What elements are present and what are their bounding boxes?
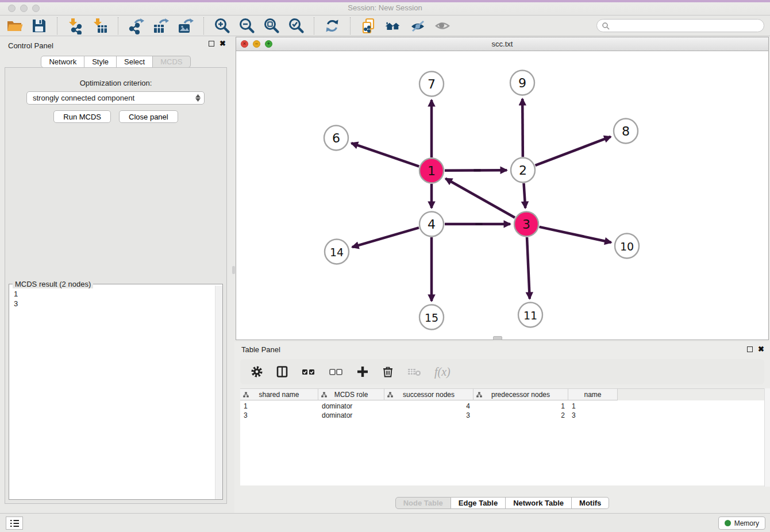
graph-edge-1-6[interactable] xyxy=(351,143,419,166)
zoom-out-icon[interactable] xyxy=(238,17,255,34)
add-column-icon[interactable] xyxy=(356,365,369,378)
graph-edge-2-8[interactable] xyxy=(536,137,611,165)
table-toolbar: f(x) xyxy=(240,359,764,384)
run-mcds-button[interactable]: Run MCDS xyxy=(53,110,111,123)
memory-button[interactable]: Memory xyxy=(718,516,765,530)
table-cell[interactable]: 3 xyxy=(384,411,473,420)
graph-node-8[interactable]: 8 xyxy=(614,119,638,144)
show-all-icon[interactable] xyxy=(434,17,451,34)
graph-node-10[interactable]: 10 xyxy=(615,234,639,259)
tab-network-table[interactable]: Network Table xyxy=(506,497,572,509)
column-header-name[interactable]: name xyxy=(568,389,618,400)
zoom-fit-icon[interactable] xyxy=(263,17,280,34)
mcds-result-list[interactable]: 13 xyxy=(9,286,215,499)
network-graph[interactable]: 7968124314101511 xyxy=(236,51,768,340)
float-table-panel-icon[interactable] xyxy=(747,346,753,352)
network-window-titlebar[interactable]: × − + scc.txt xyxy=(236,37,768,51)
application-window: Session: New Session xyxy=(0,0,770,532)
tab-style[interactable]: Style xyxy=(84,56,117,68)
tab-select[interactable]: Select xyxy=(117,56,153,68)
graph-edge-3-1[interactable] xyxy=(445,179,515,218)
export-image-icon[interactable] xyxy=(177,17,194,34)
tab-motifs[interactable]: Motifs xyxy=(572,497,609,509)
graph-node-7[interactable]: 7 xyxy=(419,72,444,97)
graph-node-14[interactable]: 14 xyxy=(325,240,349,264)
tab-network[interactable]: Network xyxy=(41,56,84,68)
table-cell[interactable]: dominator xyxy=(318,411,384,420)
table-cell[interactable]: 4 xyxy=(384,402,473,411)
mcds-result-item[interactable]: 3 xyxy=(14,299,215,309)
graph-node-6[interactable]: 6 xyxy=(324,126,348,151)
window-title: Session: New Session xyxy=(0,3,770,12)
mcds-result-item[interactable]: 1 xyxy=(14,289,215,299)
column-header-shared-name[interactable]: shared name xyxy=(240,389,318,400)
table-row[interactable]: 3dominator323 xyxy=(240,411,769,420)
tab-mcds[interactable]: MCDS xyxy=(153,56,190,68)
node-label: 2 xyxy=(519,163,527,178)
node-table: shared nameMCDS rolesuccessor nodesprede… xyxy=(240,388,764,485)
column-header-predecessor-nodes[interactable]: predecessor nodes xyxy=(473,389,568,400)
column-header-successor-nodes[interactable]: successor nodes xyxy=(384,389,473,400)
clone-network-icon[interactable] xyxy=(360,17,377,34)
table-cell[interactable]: 2 xyxy=(473,411,568,420)
refresh-icon[interactable] xyxy=(324,17,341,34)
graph-node-1[interactable]: 1 xyxy=(419,159,444,183)
node-label: 9 xyxy=(518,76,526,90)
table-cell[interactable]: 1 xyxy=(568,402,618,411)
graph-edge-2-9[interactable] xyxy=(522,99,523,157)
export-table-icon[interactable] xyxy=(152,17,170,34)
graph-node-2[interactable]: 2 xyxy=(511,158,535,183)
zoom-in-icon[interactable] xyxy=(213,17,230,34)
network-resize-handle[interactable] xyxy=(493,336,502,340)
table-scrollbar[interactable] xyxy=(764,388,770,487)
splitter-handle[interactable] xyxy=(232,266,235,274)
table-cell[interactable]: 3 xyxy=(568,411,618,420)
select-all-icon[interactable] xyxy=(301,365,316,378)
delete-column-icon[interactable] xyxy=(382,365,394,378)
graph-edge-4-14[interactable] xyxy=(352,228,419,247)
graph-node-4[interactable]: 4 xyxy=(419,212,444,237)
task-history-button[interactable] xyxy=(6,516,23,530)
export-network-icon[interactable] xyxy=(128,17,145,34)
table-settings-icon[interactable] xyxy=(251,365,263,378)
close-panel-button[interactable]: Close panel xyxy=(119,110,178,123)
open-session-icon[interactable] xyxy=(6,17,23,34)
show-columns-icon[interactable] xyxy=(276,365,288,378)
float-panel-icon[interactable] xyxy=(209,41,214,47)
close-table-panel-icon[interactable]: ✖ xyxy=(758,346,764,352)
node-label: 14 xyxy=(330,246,344,259)
search-box[interactable] xyxy=(596,19,764,32)
graph-node-3[interactable]: 3 xyxy=(514,212,538,237)
close-panel-icon[interactable]: ✖ xyxy=(220,41,226,47)
import-network-icon[interactable] xyxy=(67,17,84,34)
table-row[interactable]: 1dominator411 xyxy=(240,402,769,411)
network-canvas[interactable]: 7968124314101511 xyxy=(236,51,768,340)
deselect-all-icon[interactable] xyxy=(329,365,344,378)
import-table-icon[interactable] xyxy=(91,17,109,34)
graph-node-15[interactable]: 15 xyxy=(419,305,444,330)
node-label: 3 xyxy=(522,217,530,232)
table-cell[interactable]: 1 xyxy=(473,402,568,411)
zoom-selected-icon[interactable] xyxy=(287,17,305,34)
first-neighbors-icon[interactable] xyxy=(384,17,402,34)
save-session-icon[interactable] xyxy=(30,17,48,34)
graph-edge-2-3[interactable] xyxy=(523,183,525,208)
table-cell[interactable]: 3 xyxy=(240,411,318,420)
graph-edge-3-10[interactable] xyxy=(539,227,611,242)
window-titlebar: Session: New Session xyxy=(0,0,770,16)
tab-node-table[interactable]: Node Table xyxy=(395,497,451,509)
control-panel: Control Panel ✖ NetworkStyleSelectMCDS O… xyxy=(0,36,232,513)
criterion-select[interactable]: strongly connected component xyxy=(26,91,205,105)
tab-edge-table[interactable]: Edge Table xyxy=(451,497,506,509)
graph-node-11[interactable]: 11 xyxy=(518,303,542,327)
table-cell[interactable]: dominator xyxy=(318,402,384,411)
table-cell[interactable]: 1 xyxy=(240,402,318,411)
hide-selected-icon[interactable] xyxy=(409,17,426,34)
table-panel-title: Table Panel xyxy=(241,345,280,354)
graph-edge-3-11[interactable] xyxy=(527,237,530,299)
search-input[interactable] xyxy=(613,21,759,30)
result-scrollbar[interactable] xyxy=(215,286,222,499)
graph-node-9[interactable]: 9 xyxy=(510,71,534,95)
apply-function-icon: f(x) xyxy=(434,365,451,379)
column-header-MCDS-role[interactable]: MCDS role xyxy=(318,389,384,400)
